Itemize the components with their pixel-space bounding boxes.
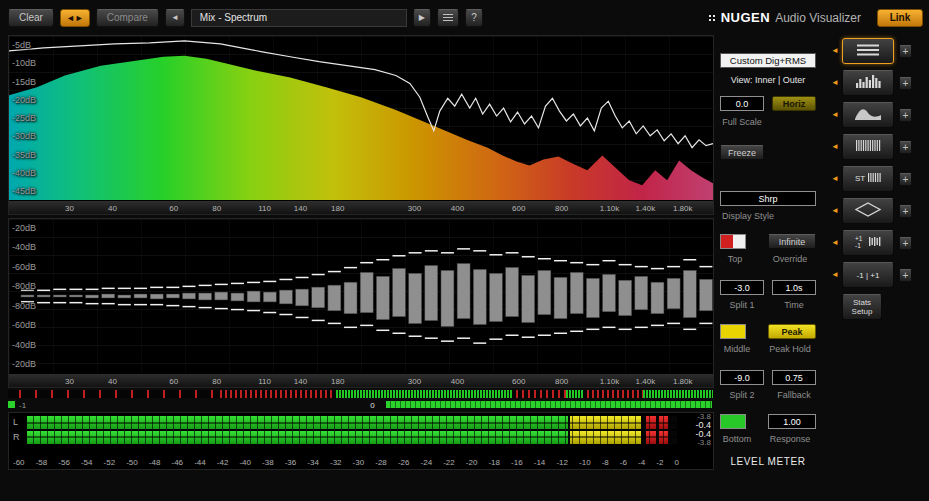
menu-lines-icon [443, 14, 453, 22]
peak-hold-button[interactable]: Peak [768, 324, 816, 339]
frequency-label: 30 [65, 204, 74, 213]
dock-row-spectrogram-view: ◄+ [831, 134, 927, 160]
svg-text:+1: +1 [855, 235, 863, 242]
meter-value: -3.8 [681, 439, 711, 447]
vectorscope-view-button[interactable] [842, 198, 894, 224]
split1-field[interactable]: -3.0 [720, 280, 764, 295]
slot-arrow-icon[interactable]: ◄ [831, 175, 842, 183]
meter-bar [27, 416, 677, 429]
preset-name-field[interactable]: Mix - Spectrum [191, 9, 407, 27]
left-right-arrow-icon: ◄► [66, 13, 84, 23]
histogram-view-button[interactable] [842, 70, 894, 96]
dock-row-stereo-spectrum-view: ◄ST+ [831, 166, 927, 192]
display-list-button[interactable] [842, 38, 894, 64]
full-scale-label: Full Scale [720, 117, 764, 127]
svg-text:ST: ST [855, 174, 865, 183]
dock-row-display-list: ◄+ [831, 38, 927, 64]
stereo-spectrum-view-button[interactable]: ST [842, 166, 894, 192]
frequency-label: 1.80k [673, 377, 693, 386]
add-instance-button[interactable]: + [899, 173, 912, 186]
top-color-swatch[interactable] [720, 234, 746, 249]
meter-scale-label: 0 [674, 458, 678, 467]
slot-arrow-icon[interactable]: ◄ [831, 79, 842, 87]
display-style-label: Display Style [720, 211, 816, 221]
override-button[interactable]: Infinite [768, 234, 816, 249]
brand-logo: NUGEN Audio Visualizer [709, 10, 861, 25]
meter-row-l: L [11, 415, 677, 429]
freeze-button[interactable]: Freeze [720, 145, 764, 160]
middle-color-swatch[interactable] [720, 324, 746, 339]
add-instance-button[interactable]: + [899, 141, 912, 154]
left-arrow-icon: ◄ [171, 14, 179, 22]
frequency-label: 110 [258, 204, 271, 213]
preset-menu-button[interactable] [437, 9, 459, 27]
top-label: Top [720, 254, 750, 264]
spectrogram-view-button[interactable] [842, 134, 894, 160]
frequency-label: 60 [169, 204, 178, 213]
stats-setup-button[interactable]: Stats Setup [842, 294, 882, 320]
meter-scale-label: -10 [579, 458, 591, 467]
display-style-dropdown[interactable]: Shrp [720, 191, 816, 206]
add-instance-button[interactable]: + [899, 109, 912, 122]
slot-arrow-icon[interactable]: ◄ [831, 111, 842, 119]
frequency-label: 600 [512, 377, 525, 386]
compare-button[interactable]: Compare [96, 9, 159, 27]
frequency-label: 400 [451, 377, 464, 386]
slot-arrow-icon[interactable]: ◄ [831, 239, 842, 247]
frequency-label: 600 [512, 204, 525, 213]
add-instance-button[interactable]: + [899, 77, 912, 90]
bottom-color-swatch[interactable] [720, 414, 746, 429]
fallback-field[interactable]: 0.75 [772, 370, 816, 385]
slot-arrow-icon[interactable]: ◄ [831, 143, 842, 151]
add-instance-button[interactable]: + [899, 205, 912, 218]
display-list-icon [853, 41, 883, 62]
meter-mode-dropdown[interactable]: Custom Dig+RMS [720, 53, 816, 68]
histogram-view-icon [853, 73, 883, 94]
dock-row-meter-view: ◄+1-1+ [831, 230, 927, 256]
correlation-view-button[interactable]: -1 | +1 [842, 262, 894, 288]
add-instance-button[interactable]: + [899, 269, 912, 282]
slot-arrow-icon[interactable]: ◄ [831, 207, 842, 215]
clear-button[interactable]: Clear [8, 9, 54, 27]
add-instance-button[interactable]: + [899, 45, 912, 58]
meter-scale-label: -36 [285, 458, 297, 467]
spectrum-graph [9, 36, 713, 200]
meter-scale-label: -44 [194, 458, 206, 467]
meter-scale-label: -26 [398, 458, 410, 467]
nugen-logo-icon [709, 15, 715, 21]
frequency-label: 80 [212, 377, 221, 386]
level-meter-section-label: LEVEL METER [720, 456, 816, 467]
help-button[interactable]: ? [465, 9, 483, 27]
level-meter-values: -3.8-0.4-0.4-3.8 [681, 413, 711, 447]
split1-label: Split 1 [720, 300, 764, 310]
slot-arrow-icon[interactable]: ◄ [831, 47, 842, 55]
full-scale-field[interactable]: 0.0 [720, 96, 764, 111]
frequency-label: 1.10k [600, 204, 620, 213]
frequency-label: 1.40k [636, 204, 656, 213]
slot-arrow-icon[interactable]: ◄ [831, 271, 842, 279]
dock-row-vectorscope-view: ◄+ [831, 198, 927, 224]
correlation-minus-one-label: -1 [19, 401, 26, 410]
meter-scale-label: -40 [239, 458, 251, 467]
swap-button[interactable]: ◄► [60, 9, 90, 27]
meter-view-button[interactable]: +1-1 [842, 230, 894, 256]
horiz-button[interactable]: Horiz [772, 96, 816, 111]
dock-button-label: -1 | +1 [857, 271, 880, 280]
split2-label: Split 2 [720, 390, 764, 400]
frequency-label: 1.80k [673, 204, 693, 213]
control-panel: Custom Dig+RMS View: Inner | Outer 0.0 H… [718, 35, 820, 495]
response-field[interactable]: 1.00 [768, 414, 816, 429]
frequency-label: 110 [258, 377, 271, 386]
time-field[interactable]: 1.0s [772, 280, 816, 295]
vectorscope-view-icon [853, 201, 883, 222]
prev-preset-button[interactable]: ◄ [165, 9, 185, 27]
play-button[interactable]: ▶ [413, 9, 431, 27]
meter-scale-label: -2 [656, 458, 663, 467]
link-button[interactable]: Link [877, 9, 923, 27]
add-instance-button[interactable]: + [899, 237, 912, 250]
view-dock: ◄+◄+◄+◄+◄ST+◄+◄+1-1+◄-1 | +1+Stats Setup [831, 38, 927, 326]
meter-view-icon: +1-1 [853, 233, 883, 254]
spectrum-view-button[interactable] [842, 102, 894, 128]
split2-field[interactable]: -9.0 [720, 370, 764, 385]
meter-scale-label: -16 [511, 458, 523, 467]
